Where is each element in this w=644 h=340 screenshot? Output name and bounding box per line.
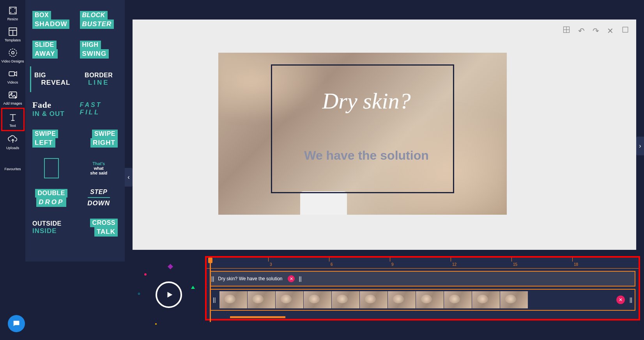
nav-rail: Resize Templates Video Designs Videos Ad… [0,0,25,340]
redo-icon[interactable]: ↷ [593,26,599,36]
tpl-line: SWING [80,49,109,59]
undo-icon[interactable]: ↶ [578,26,585,36]
template-grid: BOXSHADOW BLOCKBUSTER SLIDEAWAY HIGHSWIN… [30,7,120,240]
tpl-line: BORDER [80,72,118,79]
template-fade-in-out[interactable]: FadeIN & OUT [30,96,73,122]
template-fast-fill[interactable]: FASTFILL [78,96,120,122]
tpl-line: BLOCK [80,11,108,20]
template-big-reveal[interactable]: BIGREVEAL [30,66,73,92]
timeline-video-track[interactable]: || ✕ || [210,289,635,311]
template-rect[interactable] [30,155,73,181]
clip-handle-right[interactable]: || [298,276,302,282]
nav-favourites[interactable]: Favourites [1,152,25,173]
confetti-icon [191,286,195,289]
nav-video-designs[interactable]: Video Designs [1,45,25,66]
template-border-line[interactable]: BORDERLINE [78,66,120,92]
timeline-playhead[interactable] [210,258,211,322]
video-thumbnail [416,291,444,308]
video-thumbnail [360,291,388,308]
video-title-text[interactable]: Dry skin? [281,88,452,114]
tpl-line: she said [90,171,107,175]
svg-rect-6 [9,72,14,76]
panel-collapse-handle[interactable]: ‹ [125,168,133,187]
nav-add-images[interactable]: Add Images [1,87,25,108]
svg-point-5 [11,52,14,54]
nav-resize[interactable]: Resize [1,2,25,23]
timeline-text-track[interactable]: || Dry skin? We have the solution ✕ || [210,271,635,287]
tpl-line: BOX [32,11,51,20]
video-subtitle-text[interactable]: We have the solution [269,148,464,163]
clip-handle-left[interactable]: || [212,297,216,303]
clip-handle-right[interactable]: || [629,297,633,303]
heart-icon [8,155,18,166]
text-icon [8,112,18,122]
tpl-line: FILL [80,109,118,116]
tick-label: 15 [513,262,517,267]
template-box-shadow[interactable]: BOXSHADOW [30,7,73,33]
template-quote[interactable]: That'swhatshe said [78,155,120,181]
delete-text-clip-button[interactable]: ✕ [288,275,295,282]
tpl-line: FAST [80,101,118,109]
nav-label: Text [9,124,16,128]
template-block-buster[interactable]: BLOCKBUSTER [78,7,120,33]
tpl-line: SLIDE [32,41,57,49]
close-icon[interactable]: ✕ [607,26,614,36]
tpl-line: Fade [32,100,71,110]
nav-label: Videos [7,80,18,84]
tpl-line: SHADOW [32,20,69,29]
delete-video-clip-button[interactable]: ✕ [616,295,625,304]
video-preview[interactable]: Dry skin? We have the solution [218,53,507,215]
video-thumbnail [276,291,304,308]
text-overlay-box[interactable] [271,64,454,193]
nav-videos[interactable]: Videos [1,66,25,87]
video-thumbnail [444,291,472,308]
video-thumbnail [500,291,528,308]
nav-uploads[interactable]: Uploads [1,131,25,152]
template-swipe-right[interactable]: SWIPERIGHT [78,126,120,151]
timeline-ruler[interactable]: 3 6 9 12 15 18 [207,258,639,269]
tpl-line: BUSTER [80,20,114,29]
tpl-line: TALK [94,227,118,237]
chat-button[interactable] [8,315,25,332]
video-thumbnails [219,291,612,308]
play-button[interactable] [156,281,182,308]
confetti-icon [138,293,140,295]
tick-label: 9 [391,262,394,267]
timeline-progress [230,316,285,318]
tpl-line: DOWN [80,199,118,207]
rect-icon [44,158,59,178]
nav-templates[interactable]: Templates [1,23,25,45]
svg-point-4 [9,49,17,57]
template-swipe-left[interactable]: SWIPELEFT [30,126,73,151]
video-thumbnail [332,291,360,308]
text-clip-label: Dry skin? We have the solution [218,276,282,281]
tick-label: 18 [574,262,578,267]
template-cross-talk[interactable]: CROSSTALK [78,215,120,240]
confetti-icon [155,323,157,325]
tpl-line: OUTSIDE [32,220,71,227]
tpl-line: AWAY [32,49,58,59]
template-slide-away[interactable]: SLIDEAWAY [30,37,73,62]
template-step-down[interactable]: STEPDOWN [78,185,120,211]
nav-text[interactable]: Text [1,108,25,131]
clip-handle-left[interactable]: || [211,276,215,282]
video-thumbnail [388,291,416,308]
right-expand-handle[interactable]: › [636,137,644,155]
fullscreen-icon[interactable] [621,26,629,36]
play-zone [133,262,205,328]
tpl-line: SWIPE [92,130,118,138]
template-double-drop[interactable]: DOUBLEDROP [30,185,73,211]
template-high-swing[interactable]: HIGHSWING [78,37,120,62]
svg-rect-14 [623,27,628,32]
videos-icon [8,69,18,79]
template-outside-inside[interactable]: OUTSIDEINSIDE [30,215,73,240]
video-bg [300,191,347,215]
tpl-line: STEP [80,189,118,196]
tpl-line: IN & OUT [32,110,71,118]
canvas-area: ↶ ↷ ✕ Dry skin? We have the solution [133,20,636,250]
chat-icon [12,319,21,328]
grid-icon[interactable] [563,26,570,36]
video-thumbnail [248,291,276,308]
tpl-line: RIGHT [90,138,118,148]
nav-label: Favourites [4,167,21,171]
